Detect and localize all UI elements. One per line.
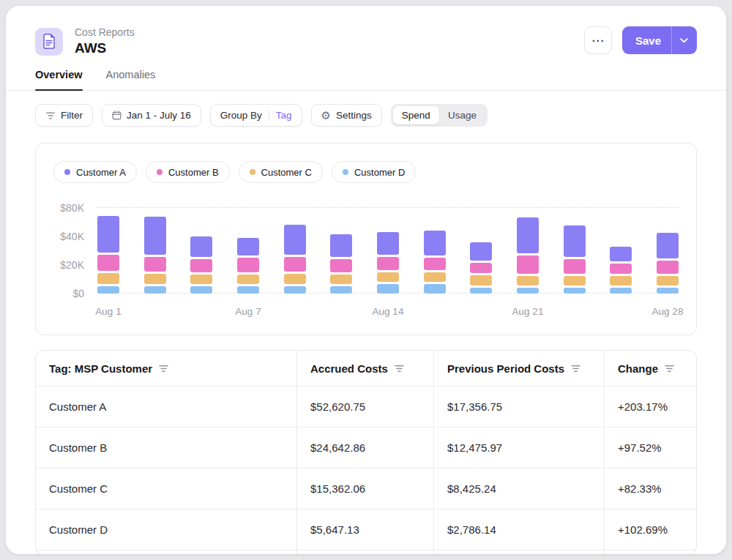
bar-segment-customer-c	[237, 275, 259, 284]
bar-group-10[interactable]	[517, 217, 539, 294]
date-range-button[interactable]: Jan 1 - July 16	[102, 104, 201, 127]
column-header-accrued-costs[interactable]: Accrued Costs	[296, 351, 433, 386]
bar-segment-customer-b	[284, 257, 306, 272]
toggle-usage[interactable]: Usage	[439, 106, 485, 124]
bar-group-13[interactable]	[657, 233, 679, 294]
y-axis-label: $80K	[60, 202, 84, 214]
change-value: +102.69%	[604, 509, 696, 550]
customer-name: Customer C	[36, 468, 296, 509]
empty-cell	[296, 550, 433, 554]
bar-group-3[interactable]	[190, 236, 212, 294]
bar-segment-customer-d	[190, 286, 212, 294]
sort-icon[interactable]	[571, 365, 580, 373]
bar-segment-customer-d	[470, 288, 492, 294]
bar-segment-customer-b	[564, 259, 586, 274]
toggle-spend[interactable]: Spend	[393, 106, 439, 124]
customer-name: Customer A	[36, 387, 296, 427]
bar-segment-customer-c	[144, 274, 166, 284]
bar-segment-customer-b	[377, 257, 399, 270]
sort-icon[interactable]	[159, 365, 168, 373]
bar-segment-customer-c	[330, 275, 352, 284]
legend-label: Customer D	[354, 167, 405, 178]
bar-segment-customer-d	[517, 288, 539, 294]
bar-group-12[interactable]	[610, 247, 632, 294]
column-header-previous-period-costs[interactable]: Previous Period Costs	[433, 351, 604, 386]
column-header-change[interactable]: Change	[604, 351, 696, 386]
bar-group-7[interactable]	[377, 232, 399, 294]
empty-cell	[433, 550, 604, 554]
bar-segment-customer-c	[424, 272, 446, 282]
save-button[interactable]: Save	[622, 26, 671, 54]
column-header-label: Accrued Costs	[310, 362, 388, 375]
table-row-customer-c[interactable]: Customer C$15,362.06$8,425.24+82.33%	[36, 468, 696, 509]
table-row-customer-a[interactable]: Customer A$52,620.75$17,356.75+203.17%	[36, 386, 696, 427]
bar-segment-customer-c	[377, 272, 399, 282]
table-header-row: Tag: MSP CustomerAccrued CostsPrevious P…	[36, 351, 696, 386]
sort-icon[interactable]	[665, 365, 674, 373]
bar-segment-customer-d	[284, 286, 306, 294]
bar-segment-customer-c	[517, 276, 539, 285]
bar-segment-customer-a	[470, 242, 492, 261]
y-axis-label: $40K	[60, 231, 84, 242]
bar-segment-customer-b	[237, 258, 259, 272]
settings-label: Settings	[336, 110, 372, 121]
group-by-button[interactable]: Group By Tag	[210, 104, 302, 127]
bar-segment-customer-b	[330, 259, 352, 272]
settings-button[interactable]: ⚙ Settings	[311, 104, 382, 127]
bar-group-8[interactable]	[424, 231, 446, 294]
bar-group-5[interactable]	[284, 225, 306, 294]
column-header-label: Tag: MSP Customer	[49, 362, 152, 375]
legend-dot	[157, 169, 163, 175]
bar-segment-customer-a	[237, 238, 259, 255]
bar-segment-customer-b	[144, 257, 166, 272]
x-axis-label: Aug 14	[373, 306, 404, 317]
save-dropdown-button[interactable]	[671, 26, 697, 54]
bar-segment-customer-a	[330, 234, 352, 257]
title-group: Cost Reports AWS	[35, 26, 135, 56]
bar-group-9[interactable]	[470, 242, 492, 294]
legend-customer-a[interactable]: Customer A	[53, 161, 137, 183]
column-header-tag-msp-customer[interactable]: Tag: MSP Customer	[36, 351, 296, 386]
legend-label: Customer B	[168, 167, 219, 178]
table-row-customer-b[interactable]: Customer B$24,642.86$12,475.97+97.52%	[36, 427, 696, 468]
bar-group-11[interactable]	[564, 225, 586, 294]
sort-icon[interactable]	[395, 365, 404, 373]
tab-overview[interactable]: Overview	[35, 69, 83, 90]
y-axis-label: $20K	[60, 259, 84, 271]
gear-icon: ⚙	[321, 110, 331, 121]
x-axis-label: Aug 1	[95, 306, 121, 317]
bar-segment-customer-d	[237, 286, 259, 294]
bar-segment-customer-d	[564, 288, 586, 294]
bar-segment-customer-b	[424, 258, 446, 270]
empty-cell	[604, 550, 696, 554]
more-button[interactable]: ⋯	[584, 26, 612, 54]
legend-dot	[250, 169, 255, 175]
change-value: +82.33%	[604, 468, 696, 509]
legend-label: Customer C	[261, 167, 312, 178]
header: Cost Reports AWS ⋯ Save	[6, 6, 726, 56]
bar-group-4[interactable]	[237, 238, 259, 294]
bar-segment-customer-a	[424, 231, 446, 255]
legend-customer-b[interactable]: Customer B	[146, 161, 230, 183]
topbar-actions: ⋯ Save	[584, 26, 697, 54]
bar-segment-customer-a	[610, 247, 632, 261]
empty-cell	[36, 550, 296, 554]
bar-group-6[interactable]	[330, 234, 352, 294]
group-by-label: Group By	[220, 110, 262, 121]
bar-segment-customer-c	[657, 276, 679, 285]
bar-segment-customer-c	[284, 274, 306, 284]
filter-button[interactable]: Filter	[35, 104, 93, 127]
legend-customer-d[interactable]: Customer D	[332, 161, 416, 183]
table-row-customer-d[interactable]: Customer D$5,647.13$2,786.14+102.69%	[36, 509, 696, 550]
bar-segment-customer-d	[610, 288, 632, 294]
legend-customer-c[interactable]: Customer C	[239, 161, 323, 183]
divider	[269, 110, 269, 121]
bar-segment-customer-a	[144, 217, 166, 255]
bar-group-2[interactable]	[144, 217, 166, 294]
accrued-costs: $5,647.13	[296, 509, 433, 550]
tab-anomalies[interactable]: Anomalies	[106, 69, 156, 90]
customer-name: Customer B	[36, 428, 296, 468]
stacked-bar-plot: Aug 1Aug 7Aug 14Aug 21Aug 28	[97, 202, 679, 294]
filter-label: Filter	[61, 110, 83, 121]
bar-group-1[interactable]	[97, 216, 119, 294]
